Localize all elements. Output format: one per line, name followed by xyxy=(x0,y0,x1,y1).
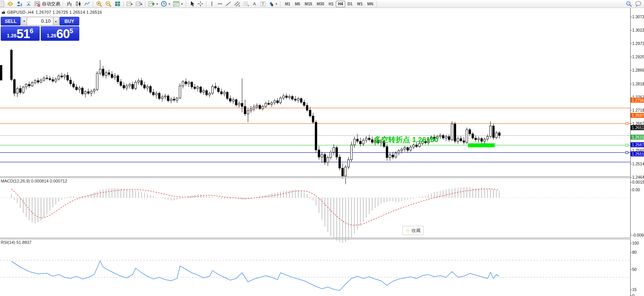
rsi-axis-label: 50 xyxy=(632,267,637,272)
price-tick-mark xyxy=(630,84,632,84)
buy-price-prefix: 1.26 xyxy=(47,33,56,38)
price-tick-mark xyxy=(630,17,632,17)
price-level-tag[interactable]: 1.2587 xyxy=(631,142,644,147)
price-tick-label: 1.2718 xyxy=(632,108,644,112)
price-tick-mark xyxy=(630,30,632,30)
pane-splitter-macd[interactable] xyxy=(0,176,631,178)
sell-quote-button[interactable]: 1.26 51 6 xyxy=(1,26,40,41)
price-tick-mark xyxy=(630,43,632,44)
pane-splitter-rsi[interactable] xyxy=(0,238,631,239)
rsi-axis-label: 15 xyxy=(632,287,637,292)
macd-tick-mark xyxy=(630,190,632,190)
one-click-trading-panel: SELL ▼ ▲ BUY 1.26 51 6 1.26 60 5 xyxy=(1,17,79,41)
price-tick-label: 1.2869 xyxy=(632,68,644,72)
favorite-button[interactable]: ☆ 收藏 xyxy=(402,226,424,235)
chart-canvas[interactable] xyxy=(0,0,644,296)
buy-button[interactable]: BUY xyxy=(59,17,79,26)
price-level-tag[interactable]: 1.2615 xyxy=(631,135,644,140)
sell-price-prefix: 1.26 xyxy=(7,33,16,38)
clipped-candle xyxy=(0,65,2,80)
price-tick-mark xyxy=(630,123,632,124)
star-icon: ☆ xyxy=(405,228,410,234)
line-handle[interactable] xyxy=(626,152,628,154)
price-tick-label: 1.2920 xyxy=(632,54,644,59)
buy-price-pip: 5 xyxy=(70,27,73,35)
chart-window-icon xyxy=(2,10,5,14)
price-tick-label: 1.3022 xyxy=(632,28,644,32)
symbol-period-label: GBPUSD-,H4 xyxy=(7,10,34,14)
price-tick-mark xyxy=(630,70,632,70)
rsi-label: RSI(14) 51.8837 xyxy=(1,240,32,245)
rsi-tick-mark xyxy=(630,269,632,270)
price-level-tag[interactable]: 1.2651 xyxy=(631,125,644,130)
rsi-line xyxy=(11,261,499,291)
volume-stepper: ▼ ▲ xyxy=(21,17,59,26)
price-tick-mark xyxy=(630,110,632,110)
macd-tick-mark xyxy=(630,235,632,235)
macd-axis-label: 0.00 xyxy=(632,187,640,192)
candles xyxy=(11,49,500,184)
rsi-tick-mark xyxy=(630,290,632,290)
price-tick-label: 1.2464 xyxy=(632,175,644,179)
price-tick-label: 1.3072 xyxy=(632,14,644,19)
buy-price-big: 60 xyxy=(56,27,70,40)
price-tick-label: 1.2514 xyxy=(632,162,644,166)
pivot-annotation: 多空转折点 1.26150 xyxy=(374,135,438,145)
macd-tick-mark xyxy=(630,182,632,182)
favorite-label: 收藏 xyxy=(412,227,421,234)
rsi-indicator xyxy=(0,260,630,296)
volume-input[interactable] xyxy=(27,17,53,26)
sell-button[interactable]: SELL xyxy=(1,17,21,26)
price-level-tag[interactable]: 1.2756 xyxy=(631,98,644,102)
rsi-axis-label: 80 xyxy=(632,250,637,254)
sell-price-big: 51 xyxy=(16,27,30,40)
volume-down-button[interactable]: ▼ xyxy=(21,17,27,26)
chart-header: GBPUSD-,H4 1.26707 1.26725 1.26514 1.265… xyxy=(2,10,102,14)
price-tick-mark xyxy=(630,177,632,178)
macd-indicator xyxy=(0,187,630,243)
highlight-zone xyxy=(468,143,495,147)
line-handle[interactable] xyxy=(626,122,628,125)
rsi-tick-mark xyxy=(630,252,632,253)
price-level-tag[interactable]: 1.2551 xyxy=(631,152,644,157)
rsi-axis-label: 100 xyxy=(632,241,639,245)
sell-price-pip: 6 xyxy=(30,27,33,35)
price-tick-label: 1.2818 xyxy=(632,82,644,86)
mt4-terminal: 自动交易 ▼ xyxy=(0,0,644,296)
price-tick-mark xyxy=(630,164,632,164)
buy-quote-button[interactable]: 1.26 60 5 xyxy=(41,26,80,41)
line-handle[interactable] xyxy=(626,144,628,146)
macd-signal-line xyxy=(11,189,499,225)
macd-axis-label: 0.00154 xyxy=(632,180,644,184)
price-tick-mark xyxy=(630,57,632,57)
macd-axis-label: -0.0066 xyxy=(632,233,644,237)
rsi-tick-mark xyxy=(630,243,632,243)
macd-label: MACD(12,26,9) 0.000814 0.000712 xyxy=(1,179,67,183)
price-tick-mark xyxy=(630,150,632,151)
price-tick-label: 1.2971 xyxy=(632,41,644,46)
price-level-tag[interactable]: 1.2697 xyxy=(631,113,644,118)
rsi-axis-label: 0 xyxy=(632,293,634,296)
ohlc-values: 1.26707 1.26725 1.26514 1.26516 xyxy=(35,10,102,14)
volume-up-button[interactable]: ▲ xyxy=(53,17,59,26)
chart-window: GBPUSD-,H4 1.26707 1.26725 1.26514 1.265… xyxy=(0,8,644,296)
